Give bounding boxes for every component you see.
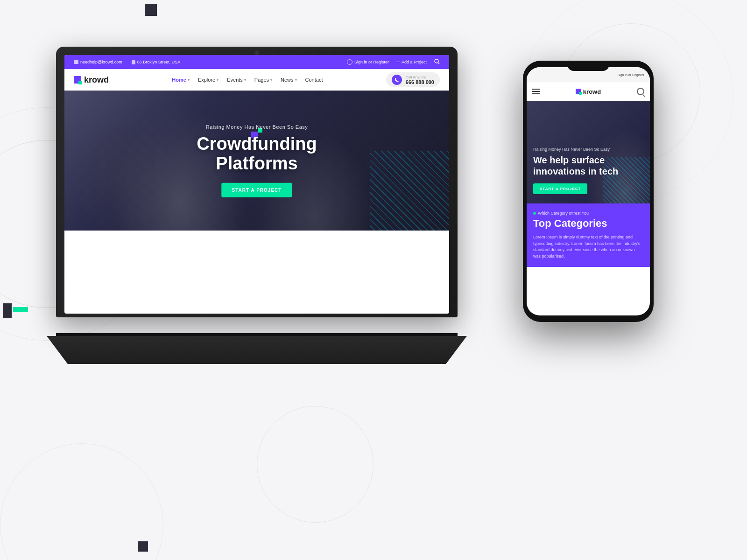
laptop-base bbox=[47, 336, 467, 364]
nav-home[interactable]: Home ▾ bbox=[172, 77, 190, 83]
topbar-add-project[interactable]: + Add a Project bbox=[396, 59, 427, 65]
laptop-camera bbox=[254, 50, 259, 55]
laptop-mockup: needhelp@krowd.com 66 Broklyn Street, US… bbox=[56, 47, 476, 364]
home-chevron: ▾ bbox=[188, 78, 190, 82]
phone-brand-name: krowd bbox=[583, 88, 601, 95]
website-hero: Raising Money Has Never Been So Easy Cro… bbox=[64, 91, 449, 231]
hamburger-line-2 bbox=[532, 91, 540, 92]
phone-cat-title: Top Categories bbox=[533, 217, 643, 230]
cat-dot bbox=[533, 212, 536, 215]
nav-pages[interactable]: Pages ▾ bbox=[254, 77, 272, 83]
nav-explore[interactable]: Explore ▾ bbox=[198, 77, 218, 83]
nav-logo[interactable]: krowd bbox=[74, 75, 109, 85]
topbar-right: Sign in or Register + Add a Project bbox=[347, 59, 440, 65]
phone-categories: Which Category Intrest You Top Categorie… bbox=[527, 203, 650, 267]
logo-icon bbox=[74, 76, 81, 84]
phone-hero-title: We help surface innovations in tech bbox=[533, 154, 650, 177]
svg-point-0 bbox=[435, 59, 438, 63]
hamburger-line-1 bbox=[532, 89, 540, 90]
phone-notch bbox=[567, 61, 609, 71]
phone-icon bbox=[392, 75, 402, 85]
deco-rect-left bbox=[3, 303, 12, 318]
laptop-screen: needhelp@krowd.com 66 Broklyn Street, US… bbox=[64, 55, 449, 314]
nav-contact[interactable]: Contact bbox=[305, 77, 323, 83]
laptop-body: needhelp@krowd.com 66 Broklyn Street, US… bbox=[56, 47, 458, 317]
phone-logo[interactable]: krowd bbox=[576, 88, 601, 95]
news-chevron: ▾ bbox=[295, 78, 297, 82]
phone-mockup: Sign in or Register krowd Rai bbox=[523, 61, 654, 322]
phone-navbar: krowd bbox=[527, 82, 650, 101]
phone-hero-content: Raising Money Has Never Been So Easy We … bbox=[533, 147, 650, 194]
phone-screen: Sign in or Register krowd Rai bbox=[527, 67, 650, 315]
phone-search-icon[interactable] bbox=[637, 88, 644, 95]
phone-details: Call Anytime 666 888 000 bbox=[406, 75, 434, 85]
nav-menu: Home ▾ Explore ▾ Events ▾ Pages ▾ bbox=[172, 77, 323, 83]
nav-phone: Call Anytime 666 888 000 bbox=[386, 72, 440, 87]
phone-topbar-signin: Sign in or Register bbox=[617, 73, 644, 77]
deco-circle-6 bbox=[257, 406, 374, 523]
nav-events[interactable]: Events ▾ bbox=[227, 77, 246, 83]
hero-title: Crowdfunding Platforms bbox=[197, 134, 317, 174]
topbar-left: needhelp@krowd.com 66 Broklyn Street, US… bbox=[74, 60, 180, 64]
hamburger-menu[interactable] bbox=[532, 89, 540, 94]
nav-right: Call Anytime 666 888 000 bbox=[386, 72, 440, 87]
phone-hero-cta-button[interactable]: START A PROJECT bbox=[533, 183, 587, 194]
topbar-email-icon: needhelp@krowd.com bbox=[74, 60, 122, 64]
phone-number: 666 888 000 bbox=[406, 79, 434, 85]
deco-square-top bbox=[145, 4, 157, 16]
pages-chevron: ▾ bbox=[270, 78, 272, 82]
phone-frame: Sign in or Register krowd Rai bbox=[523, 61, 654, 322]
phone-logo-icon bbox=[576, 89, 581, 94]
topbar-search-icon[interactable] bbox=[434, 59, 440, 65]
deco-green-accent bbox=[13, 307, 28, 312]
explore-chevron: ▾ bbox=[217, 78, 218, 82]
hero-cta-button[interactable]: START A PROJECT bbox=[222, 182, 292, 197]
topbar-sign-in[interactable]: Sign in or Register bbox=[347, 59, 389, 65]
hero-subtitle: Raising Money Has Never Been So Easy bbox=[197, 124, 317, 130]
phone-hero-subtitle: Raising Money Has Never Been So Easy bbox=[533, 147, 650, 152]
hero-content: Raising Money Has Never Been So Easy Cro… bbox=[197, 124, 317, 197]
phone-cat-eyebrow: Which Category Intrest You bbox=[533, 211, 643, 216]
nav-news[interactable]: News ▾ bbox=[281, 77, 297, 83]
hamburger-line-3 bbox=[532, 93, 540, 94]
call-label: Call Anytime bbox=[406, 75, 434, 79]
phone-cat-body: Lorem Ipsum is simply dummy text of the … bbox=[533, 234, 643, 259]
website-navbar: krowd Home ▾ Explore ▾ Events ▾ bbox=[64, 69, 449, 91]
topbar-email: needhelp@krowd.com bbox=[80, 60, 122, 64]
hero-diagonal-lines bbox=[332, 137, 449, 231]
deco-rect-bottom bbox=[138, 541, 148, 552]
phone-hero: Raising Money Has Never Been So Easy We … bbox=[527, 101, 650, 203]
events-chevron: ▾ bbox=[244, 78, 246, 82]
svg-line-1 bbox=[438, 63, 439, 64]
topbar-address: 66 Broklyn Street, USA bbox=[132, 60, 181, 64]
website-topbar: needhelp@krowd.com 66 Broklyn Street, US… bbox=[64, 55, 449, 69]
brand-name: krowd bbox=[84, 75, 109, 85]
